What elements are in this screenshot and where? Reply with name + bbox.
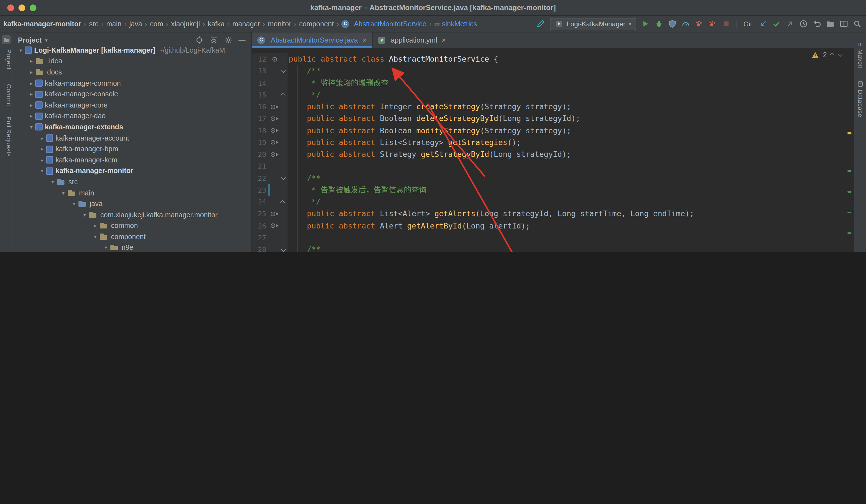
inspections-widget[interactable]: 2	[812, 51, 841, 59]
tree-item[interactable]: ▸kafka-manager-kcm	[12, 154, 251, 165]
code-line[interactable]: 21	[252, 160, 854, 172]
tree-item[interactable]: ▾main	[12, 187, 251, 198]
editor-tab[interactable]: yapplication.yml×	[373, 33, 452, 48]
breadcrumb-item[interactable]: kafka-manager-monitor	[3, 20, 81, 28]
gutter-marker[interactable]	[270, 212, 280, 216]
tree-item[interactable]: ▸kafka-manager-console	[12, 89, 251, 100]
fold-toggle[interactable]	[280, 248, 286, 251]
gutter-marker[interactable]	[270, 128, 280, 133]
tree-chevron-icon[interactable]: ▸	[27, 91, 35, 97]
tree-chevron-icon[interactable]: ▾	[91, 234, 99, 240]
code-line[interactable]: 14 * 监控策略的增删改查	[252, 77, 854, 89]
coverage-button[interactable]	[668, 20, 677, 28]
breadcrumb-item[interactable]: main	[106, 20, 121, 28]
tree-chevron-icon[interactable]: ▾	[102, 245, 110, 251]
tree-chevron-icon[interactable]: ▸	[27, 113, 35, 119]
project-panel-title[interactable]: Project	[18, 36, 42, 44]
code-line[interactable]: 19 public abstract List<Strategy> getStr…	[252, 137, 854, 149]
code-line[interactable]: 16 public abstract Integer createStrateg…	[252, 101, 854, 113]
breadcrumb-item[interactable]: CAbstractMonitorService	[342, 20, 426, 28]
tree-item[interactable]: ▾com.xiaojukeji.kafka.manager.monitor	[12, 209, 251, 220]
editor-layout-button[interactable]	[840, 20, 848, 28]
breadcrumb-item[interactable]: msinkMetrics	[434, 20, 477, 28]
code-line[interactable]: 20 public abstract Strategy getStrategyB…	[252, 148, 854, 160]
fold-toggle[interactable]	[280, 177, 286, 180]
tree-chevron-icon[interactable]: ▾	[27, 124, 35, 130]
code-line[interactable]: 17 public abstract Boolean deleteStrateg…	[252, 113, 854, 125]
code-line[interactable]: 28 /**	[252, 244, 854, 252]
toolstripe-pull-requests[interactable]: Pull Requests	[0, 116, 12, 157]
locate-file-icon[interactable]	[195, 36, 203, 44]
code-line[interactable]: 15 */	[252, 89, 854, 101]
tree-chevron-icon[interactable]: ▸	[27, 80, 35, 86]
code-line[interactable]: 27	[252, 232, 854, 244]
fold-toggle[interactable]	[280, 69, 286, 73]
tree-item[interactable]: ▸kafka-manager-dao	[12, 111, 251, 122]
tree-chevron-icon[interactable]: ▸	[27, 102, 35, 108]
toolstripe-database[interactable]: Database	[854, 81, 866, 117]
tree-item[interactable]: ▸kafka-manager-common	[12, 78, 251, 89]
breadcrumb-item[interactable]: java	[129, 20, 142, 28]
tree-item[interactable]: ▾kafka-manager-extends	[12, 122, 251, 133]
attach-profiler-button[interactable]	[695, 20, 704, 28]
edit-source-icon[interactable]	[536, 20, 545, 28]
tree-item[interactable]: ▸kafka-manager-core	[12, 100, 251, 111]
gear-icon[interactable]	[224, 36, 232, 44]
breadcrumb-item[interactable]: src	[89, 20, 98, 28]
tree-chevron-icon[interactable]: ▾	[70, 201, 78, 207]
breadcrumb-item[interactable]: xiaojukeji	[171, 20, 200, 28]
tree-chevron-icon[interactable]: ▸	[38, 157, 46, 163]
tree-chevron-icon[interactable]: ▸	[27, 69, 35, 75]
tree-chevron-icon[interactable]: ▸	[91, 223, 99, 229]
project-tool-icon[interactable]	[2, 35, 11, 44]
attach-profiler-2-button[interactable]	[709, 20, 717, 28]
zoom-window-button[interactable]	[30, 4, 36, 11]
tree-item[interactable]: ▸kafka-manager-bpm	[12, 144, 251, 154]
code-line[interactable]: 12public abstract class AbstractMonitorS…	[252, 53, 854, 65]
toolstripe-commit[interactable]: Commit	[0, 84, 12, 106]
tree-item[interactable]: ▸.idea	[12, 56, 251, 67]
editor-tab[interactable]: CAbstractMonitorService.java×	[252, 33, 373, 48]
code-line[interactable]: 25 public abstract List<Alert> getAlerts…	[252, 208, 854, 220]
gutter-marker[interactable]	[270, 140, 280, 145]
tree-item[interactable]: ▸docs	[12, 67, 251, 78]
debug-button[interactable]	[655, 20, 663, 28]
fold-toggle[interactable]	[280, 93, 286, 96]
tree-item[interactable]: ▸common	[12, 220, 251, 231]
breadcrumb-item[interactable]: com	[150, 20, 163, 28]
tree-chevron-icon[interactable]: ▾	[59, 190, 67, 196]
prev-issue-icon[interactable]	[830, 53, 834, 58]
tree-chevron-icon[interactable]: ▾	[17, 48, 25, 53]
run-button[interactable]	[642, 20, 650, 28]
tree-item[interactable]: ▾component	[12, 231, 251, 242]
gutter-marker[interactable]	[270, 116, 280, 121]
code-line[interactable]: 26 public abstract Alert getAlertById(Lo…	[252, 220, 854, 232]
tree-item[interactable]: ▾Logi-KafkaManager [kafka-manager] ~/git…	[12, 45, 251, 56]
tree-chevron-icon[interactable]: ▾	[38, 168, 46, 174]
close-tab-icon[interactable]: ×	[442, 36, 446, 44]
close-tab-icon[interactable]: ×	[362, 36, 367, 44]
breadcrumb-item[interactable]: manager	[232, 20, 260, 28]
breadcrumb-item[interactable]: kafka	[208, 20, 224, 28]
gutter-marker[interactable]	[270, 152, 280, 157]
tree-chevron-icon[interactable]: ▾	[49, 179, 57, 185]
code-line[interactable]: 24 */	[252, 196, 854, 208]
editor[interactable]: 12public abstract class AbstractMonitorS…	[252, 48, 854, 252]
tree-item[interactable]: ▸kafka-manager-account	[12, 133, 251, 144]
minimize-window-button[interactable]	[19, 4, 25, 11]
toolstripe-project[interactable]: Project	[0, 49, 12, 70]
hide-panel-icon[interactable]: —	[238, 36, 245, 44]
tree-item[interactable]: ▾n9e	[12, 242, 251, 252]
tree-chevron-icon[interactable]: ▸	[38, 146, 46, 152]
history-button[interactable]	[799, 20, 808, 28]
tree-item[interactable]: ▾kafka-manager-monitor	[12, 165, 251, 176]
project-structure-button[interactable]	[826, 20, 835, 28]
git-update-button[interactable]	[759, 20, 767, 28]
collapse-all-icon[interactable]	[209, 36, 218, 44]
run-configuration-select[interactable]: Logi-KafkaManager ▾	[550, 18, 636, 30]
tree-chevron-icon[interactable]: ▸	[38, 135, 46, 141]
tree-item[interactable]: ▾src	[12, 176, 251, 187]
code-line[interactable]: 22 /**	[252, 172, 854, 184]
gutter-marker[interactable]	[270, 224, 280, 228]
tree-item[interactable]: ▾java	[12, 198, 251, 209]
